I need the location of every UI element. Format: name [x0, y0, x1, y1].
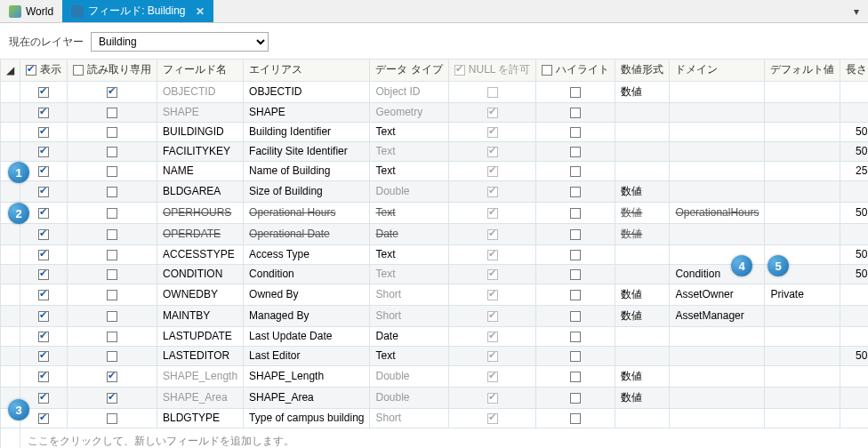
tab-world[interactable]: World — [0, 2, 62, 21]
header-visible[interactable]: 表示 — [20, 60, 68, 82]
datatype-cell[interactable]: Short — [370, 284, 448, 305]
readonly-checkbox[interactable] — [107, 87, 117, 98]
highlight-checkbox[interactable] — [570, 290, 581, 300]
numfmt-cell[interactable] — [615, 264, 670, 284]
table-row[interactable]: BUILDINGIDBuilding IdentifierText50 — [1, 122, 869, 141]
fieldname-cell[interactable]: OPERDATE — [157, 223, 244, 244]
nullable-checkbox[interactable] — [487, 413, 498, 424]
numfmt-cell[interactable]: 数値 — [615, 202, 670, 223]
visible-header-checkbox[interactable] — [26, 65, 36, 76]
header-length[interactable]: 長さ — [840, 60, 868, 82]
row-handle[interactable] — [1, 346, 20, 365]
default-cell[interactable]: Private — [765, 284, 840, 305]
visible-checkbox[interactable] — [38, 147, 49, 157]
nullable-checkbox[interactable] — [487, 332, 498, 342]
row-handle[interactable] — [1, 284, 20, 305]
table-row[interactable]: FACILITYKEYFacility Site IdentifierText5… — [1, 141, 869, 161]
readonly-checkbox[interactable] — [107, 166, 117, 177]
default-cell[interactable] — [765, 102, 840, 122]
table-row[interactable]: LASTEDITORLast EditorText50 — [1, 346, 869, 365]
highlight-checkbox[interactable] — [570, 311, 581, 322]
nullable-header-checkbox[interactable] — [454, 65, 465, 76]
alias-cell[interactable]: SHAPE_Area — [244, 387, 370, 408]
highlight-checkbox[interactable] — [570, 229, 581, 240]
alias-cell[interactable]: Name of Building — [244, 161, 370, 180]
domain-cell[interactable] — [670, 365, 765, 387]
header-default[interactable]: デフォルト値 — [765, 60, 840, 82]
table-row[interactable]: BLDGTYPEType of campus buildingShort — [1, 408, 869, 428]
readonly-checkbox[interactable] — [107, 311, 117, 322]
table-row[interactable]: SHAPE_LengthSHAPE_LengthDouble数値 — [1, 365, 869, 387]
nullable-checkbox[interactable] — [487, 208, 498, 219]
readonly-checkbox[interactable] — [107, 332, 117, 342]
row-handle[interactable] — [1, 141, 20, 161]
domain-cell[interactable]: AssetManager — [670, 305, 765, 326]
alias-cell[interactable]: OBJECTID — [244, 81, 370, 102]
table-row[interactable]: OBJECTIDOBJECTIDObject ID数値 — [1, 81, 869, 102]
numfmt-cell[interactable] — [615, 326, 670, 346]
nullable-checkbox[interactable] — [487, 87, 498, 98]
numfmt-cell[interactable] — [615, 408, 670, 428]
header-highlight[interactable]: ハイライト — [536, 60, 615, 82]
default-cell[interactable] — [765, 326, 840, 346]
fieldname-cell[interactable]: FACILITYKEY — [157, 141, 244, 161]
numfmt-cell[interactable] — [615, 141, 670, 161]
header-readonly[interactable]: 読み取り専用 — [68, 60, 157, 82]
length-cell[interactable]: 50 — [840, 122, 868, 141]
length-cell[interactable] — [840, 387, 868, 408]
nullable-checkbox[interactable] — [487, 108, 498, 118]
numfmt-cell[interactable]: 数値 — [615, 284, 670, 305]
highlight-checkbox[interactable] — [570, 166, 581, 177]
numfmt-cell[interactable]: 数値 — [615, 365, 670, 387]
domain-cell[interactable]: AssetOwner — [670, 284, 765, 305]
fieldname-cell[interactable]: CONDITION — [157, 264, 244, 284]
datatype-cell[interactable]: Geometry — [370, 102, 448, 122]
domain-cell[interactable] — [670, 102, 765, 122]
numfmt-cell[interactable]: 数値 — [615, 305, 670, 326]
nullable-checkbox[interactable] — [487, 127, 498, 138]
header-alias[interactable]: エイリアス — [244, 60, 370, 82]
length-cell[interactable] — [840, 81, 868, 102]
default-cell[interactable] — [765, 141, 840, 161]
highlight-header-checkbox[interactable] — [542, 65, 552, 76]
add-field-row[interactable]: ここをクリックして、新しいフィールドを追加します。 — [1, 428, 869, 448]
alias-cell[interactable]: Managed By — [244, 305, 370, 326]
domain-cell[interactable]: OperationalHours — [670, 202, 765, 223]
nullable-checkbox[interactable] — [487, 311, 498, 322]
domain-cell[interactable] — [670, 346, 765, 365]
nullable-checkbox[interactable] — [487, 351, 498, 362]
default-cell[interactable] — [765, 387, 840, 408]
datatype-cell[interactable]: Text — [370, 346, 448, 365]
fieldname-cell[interactable]: OPERHOURS — [157, 202, 244, 223]
visible-checkbox[interactable] — [38, 87, 49, 98]
datatype-cell[interactable]: Short — [370, 305, 448, 326]
datatype-cell[interactable]: Double — [370, 180, 448, 202]
visible-checkbox[interactable] — [38, 413, 49, 424]
default-cell[interactable] — [765, 346, 840, 365]
default-cell[interactable] — [765, 180, 840, 202]
numfmt-cell[interactable] — [615, 122, 670, 141]
tab-fields[interactable]: フィールド: Building ✕ — [62, 0, 213, 22]
row-handle[interactable] — [1, 264, 20, 284]
domain-cell[interactable] — [670, 122, 765, 141]
datatype-cell[interactable]: Object ID — [370, 81, 448, 102]
default-cell[interactable] — [765, 408, 840, 428]
readonly-checkbox[interactable] — [107, 147, 117, 157]
visible-checkbox[interactable] — [38, 372, 49, 382]
fieldname-cell[interactable]: ACCESSTYPE — [157, 244, 244, 264]
visible-checkbox[interactable] — [38, 290, 49, 300]
nullable-checkbox[interactable] — [487, 229, 498, 240]
highlight-checkbox[interactable] — [570, 413, 581, 424]
header-numfmt[interactable]: 数値形式 — [615, 60, 670, 82]
length-cell[interactable] — [840, 408, 868, 428]
default-cell[interactable] — [765, 223, 840, 244]
domain-cell[interactable] — [670, 387, 765, 408]
numfmt-cell[interactable]: 数値 — [615, 81, 670, 102]
length-cell[interactable] — [840, 102, 868, 122]
fieldname-cell[interactable]: SHAPE — [157, 102, 244, 122]
datatype-cell[interactable]: Text — [370, 244, 448, 264]
fieldname-cell[interactable]: SHAPE_Length — [157, 365, 244, 387]
default-cell[interactable] — [765, 365, 840, 387]
datatype-cell[interactable]: Text — [370, 264, 448, 284]
nullable-checkbox[interactable] — [487, 393, 498, 404]
